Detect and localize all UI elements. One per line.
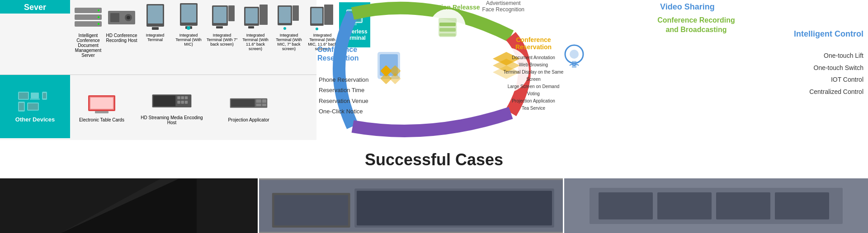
conf-recording-label: Conference Recording and Broadcasting xyxy=(651,16,741,35)
terminal-3: Integrated Terminal (With 7" back screen… xyxy=(205,2,239,48)
svg-rect-62 xyxy=(256,104,261,106)
svg-rect-74 xyxy=(439,28,456,32)
svg-point-28 xyxy=(283,27,286,30)
svg-rect-39 xyxy=(30,98,40,100)
svg-rect-41 xyxy=(43,93,46,98)
svg-rect-18 xyxy=(213,7,226,23)
intelligent-ctrl-label: Intelligent Control xyxy=(794,29,863,39)
svg-point-3 xyxy=(98,9,99,11)
terminal-5-label: Integrated Terminal (With MIC, 7" back s… xyxy=(273,33,305,51)
svg-rect-51 xyxy=(153,95,175,106)
table-cards-item: Electronic Table Cards xyxy=(72,91,131,122)
server-item-1: Intelligent Conference Document Manageme… xyxy=(71,2,105,60)
bottom-images-area xyxy=(0,178,868,233)
svg-rect-38 xyxy=(31,93,39,98)
svg-rect-12 xyxy=(152,27,159,30)
svg-rect-24 xyxy=(248,26,254,28)
conf-res-center-label: Conference Reservation xyxy=(504,36,563,51)
terminal-2: Integrated Terminal (With MIC) xyxy=(172,2,205,48)
diagram-svg xyxy=(316,0,615,140)
svg-rect-52 xyxy=(177,96,180,99)
info-release-label: Information Releasse xyxy=(416,4,480,11)
projection-label: Projection Applicator xyxy=(228,117,269,122)
terminal-icon-1 xyxy=(139,4,171,31)
svg-rect-27 xyxy=(292,5,299,21)
svg-rect-22 xyxy=(245,8,258,23)
terminal-5: Integrated Terminal (With MIC, 7" back s… xyxy=(272,2,306,53)
terminal-icon-2 xyxy=(173,4,204,31)
svg-rect-92 xyxy=(599,192,653,219)
svg-point-82 xyxy=(570,50,579,59)
server-item-1-label: Intelligent Conference Document Manageme… xyxy=(72,33,104,58)
svg-point-5 xyxy=(98,23,99,25)
svg-point-9 xyxy=(127,16,130,19)
svg-rect-11 xyxy=(148,5,163,23)
server-item-2-label: HD Conference Recording Host xyxy=(106,33,137,43)
bottom-image-1 xyxy=(0,178,258,233)
bottom-devices-list: Electronic Table Cards HD xyxy=(70,75,316,138)
other-devices-icons xyxy=(17,91,53,113)
successful-cases-section: Successful Cases xyxy=(0,142,868,175)
terminal-1-label: Integrated Terminal xyxy=(139,33,171,42)
svg-rect-54 xyxy=(185,96,188,99)
conf-room-2-svg xyxy=(564,179,868,233)
bottom-image-2 xyxy=(258,178,563,233)
svg-rect-73 xyxy=(439,23,456,26)
server-item-2: HD Conference Recording Host xyxy=(105,2,138,45)
svg-rect-43 xyxy=(19,103,24,110)
terminal-2-label: Integrated Terminal (With MIC) xyxy=(173,33,204,47)
conf-room-svg xyxy=(259,179,563,233)
conf-res-diagram-label: Conference Reservation xyxy=(317,45,363,62)
server-icon-1 xyxy=(72,4,104,31)
svg-rect-94 xyxy=(716,192,770,219)
top-devices-row: Intelligent Conference Document Manageme… xyxy=(70,0,316,75)
terminal-4: Integrated Terminal (With 11.6" back scr… xyxy=(239,2,272,53)
other-devices-box: Other Devices xyxy=(0,75,70,138)
svg-point-4 xyxy=(98,16,99,18)
svg-rect-55 xyxy=(177,101,180,104)
svg-rect-60 xyxy=(256,99,261,103)
streaming-item: HD Streaming Media Encoding Host xyxy=(136,89,208,125)
intelligent-ctrl-items: One-touch Lift One-touch Switch IOT Cont… xyxy=(809,50,863,98)
table-cards-label: Electronic Table Cards xyxy=(79,117,124,122)
svg-rect-63 xyxy=(262,104,266,106)
svg-rect-37 xyxy=(19,93,28,99)
svg-rect-95 xyxy=(775,192,829,219)
server-label: Sever xyxy=(0,0,70,14)
svg-rect-61 xyxy=(262,99,266,103)
svg-rect-49 xyxy=(95,111,108,113)
svg-rect-59 xyxy=(231,99,255,107)
svg-rect-93 xyxy=(657,192,712,219)
video-sharing-label: Video Sharing xyxy=(660,2,715,12)
terminal-icon-4 xyxy=(240,4,271,31)
svg-rect-48 xyxy=(90,98,113,109)
table-cards-icon xyxy=(81,91,122,116)
recorder-icon xyxy=(106,4,137,31)
svg-rect-14 xyxy=(181,5,196,23)
bottom-image-3 xyxy=(563,178,868,233)
svg-rect-75 xyxy=(439,33,456,37)
terminal-icon-5 xyxy=(273,4,305,31)
svg-rect-45 xyxy=(28,103,38,110)
terminal-3-label: Integrated Terminal (With 7" back screen… xyxy=(206,33,238,47)
svg-point-16 xyxy=(187,26,190,30)
svg-rect-57 xyxy=(185,101,188,104)
projection-item: Projection Applicator xyxy=(212,91,285,122)
advert-section: Advertisement Face Recognition xyxy=(482,0,524,13)
svg-rect-56 xyxy=(181,101,184,104)
svg-rect-23 xyxy=(259,5,268,25)
streaming-label: HD Streaming Media Encoding Host xyxy=(136,115,208,125)
projection-icon xyxy=(228,91,269,116)
svg-rect-19 xyxy=(228,5,235,21)
terminal-4-label: Integrated Terminal (With 11.6" back scr… xyxy=(240,33,271,51)
conf-res-center-items: Document Annotation Web Browsing Termina… xyxy=(497,54,570,112)
center-diagram: Conference Reservation Information Relea… xyxy=(316,0,615,140)
svg-rect-20 xyxy=(216,26,223,28)
svg-rect-53 xyxy=(181,96,184,99)
svg-marker-83 xyxy=(61,179,197,233)
terminal-1: Integrated Terminal xyxy=(138,2,172,44)
other-devices-section: Other Devices Electronic Table Cards xyxy=(0,75,316,138)
successful-cases-title: Successful Cases xyxy=(0,150,868,169)
svg-rect-26 xyxy=(279,7,291,23)
svg-rect-7 xyxy=(110,13,119,22)
